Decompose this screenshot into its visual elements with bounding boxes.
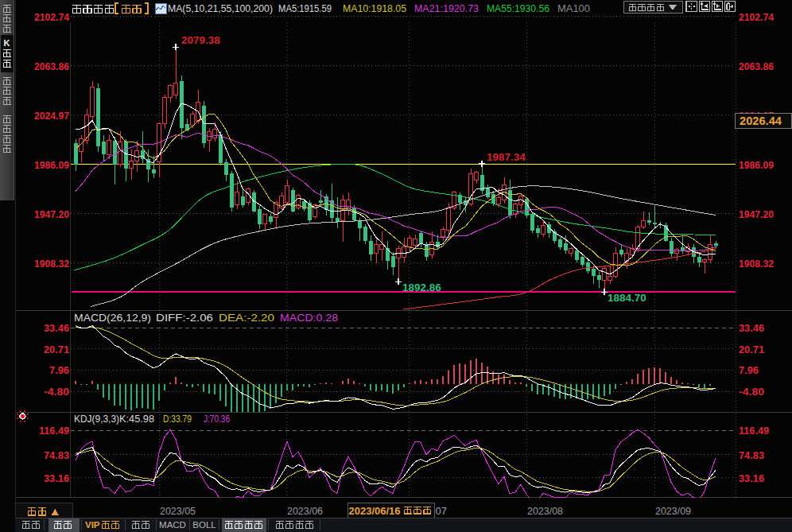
svg-text:MA(5,10,21,55,100,200): MA(5,10,21,55,100,200)	[168, 2, 273, 14]
svg-text:-4.80: -4.80	[739, 386, 764, 398]
svg-text:K:45.98: K:45.98	[119, 414, 154, 425]
svg-text:1892.86: 1892.86	[402, 282, 441, 293]
svg-text:1986.09: 1986.09	[739, 159, 774, 171]
svg-text:MA5:1915.59: MA5:1915.59	[278, 2, 332, 14]
svg-text:2079.38: 2079.38	[181, 34, 220, 46]
svg-text:2063.86: 2063.86	[739, 60, 774, 72]
svg-text:VIP: VIP	[85, 520, 100, 530]
svg-text:1908.32: 1908.32	[34, 258, 69, 270]
svg-text:J:70.36: J:70.36	[204, 414, 230, 425]
svg-text:116.49: 116.49	[39, 425, 69, 437]
svg-text:DIFF:-2.06: DIFF:-2.06	[156, 313, 213, 324]
svg-text:116.49: 116.49	[739, 425, 769, 437]
svg-text:1987.34: 1987.34	[487, 151, 526, 163]
svg-text:MA21:1920.73: MA21:1920.73	[414, 2, 479, 14]
svg-text:2102.74: 2102.74	[739, 11, 774, 23]
svg-text:1908.32: 1908.32	[739, 258, 774, 270]
svg-text:2102.74: 2102.74	[34, 11, 69, 23]
svg-text:1947.20: 1947.20	[34, 208, 69, 220]
svg-text:MA100: MA100	[557, 2, 590, 14]
svg-text:KDJ(9,3,3): KDJ(9,3,3)	[74, 414, 119, 425]
svg-text:2024.97: 2024.97	[34, 110, 69, 122]
svg-text:20.71: 20.71	[44, 344, 69, 355]
svg-text:33.16: 33.16	[44, 472, 69, 484]
svg-text:2026.44: 2026.44	[740, 115, 782, 127]
svg-text:2023/06/16: 2023/06/16	[349, 505, 401, 517]
svg-text:K: K	[4, 38, 10, 48]
svg-text:2063.86: 2063.86	[34, 60, 69, 72]
svg-text:20.71: 20.71	[739, 344, 764, 355]
svg-text:7.96: 7.96	[739, 364, 759, 376]
svg-text:MACD: MACD	[159, 520, 186, 530]
svg-text:7.96: 7.96	[49, 364, 69, 376]
svg-text:74.83: 74.83	[44, 449, 69, 461]
svg-text:33.46: 33.46	[44, 322, 69, 334]
svg-text:D:33.79: D:33.79	[163, 414, 192, 425]
svg-text:MACD(26,12,9): MACD(26,12,9)	[74, 313, 151, 324]
svg-text:1884.70: 1884.70	[608, 292, 646, 304]
svg-text:MA55:1930.56: MA55:1930.56	[487, 2, 549, 14]
svg-text:1986.09: 1986.09	[34, 159, 69, 171]
svg-text:1947.20: 1947.20	[739, 208, 774, 220]
svg-text:07: 07	[436, 505, 447, 517]
svg-text:2023/08: 2023/08	[527, 506, 563, 517]
svg-text:2023/05: 2023/05	[160, 506, 196, 517]
svg-text:74.83: 74.83	[739, 449, 764, 461]
svg-text:33.46: 33.46	[739, 322, 764, 334]
svg-text:BOLL: BOLL	[192, 520, 216, 530]
svg-text:-4.80: -4.80	[44, 386, 69, 398]
svg-text:DEA:-2.20: DEA:-2.20	[219, 313, 274, 324]
svg-text:MACD:0.28: MACD:0.28	[280, 313, 338, 324]
svg-text:2023/06: 2023/06	[287, 506, 323, 517]
svg-text:33.16: 33.16	[739, 472, 764, 484]
svg-text:MA10:1918.05: MA10:1918.05	[343, 2, 406, 14]
svg-text:2023/09: 2023/09	[655, 506, 691, 517]
